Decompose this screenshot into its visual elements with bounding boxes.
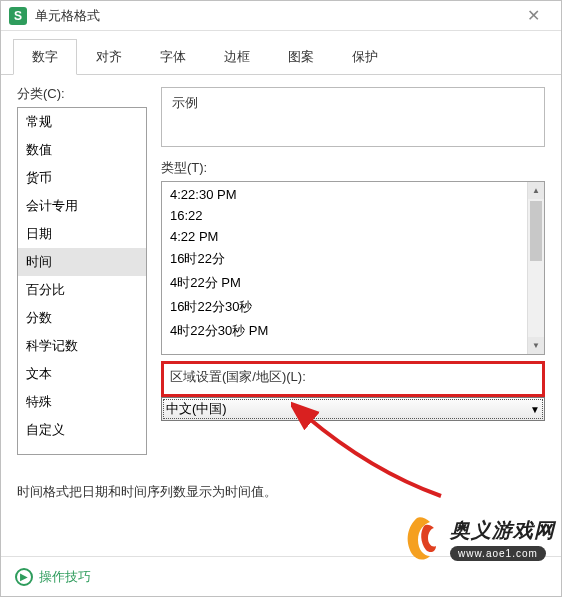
cat-item-text[interactable]: 文本: [18, 360, 146, 388]
locale-value: 中文(中国): [166, 400, 227, 418]
locale-label: 区域设置(国家/地区)(L):: [170, 368, 536, 386]
category-label: 分类(C):: [17, 85, 147, 103]
tab-border[interactable]: 边框: [205, 39, 269, 75]
cat-item-number[interactable]: 数值: [18, 136, 146, 164]
category-list[interactable]: 常规 数值 货币 会计专用 日期 时间 百分比 分数 科学记数 文本 特殊 自定…: [17, 107, 147, 455]
cat-item-special[interactable]: 特殊: [18, 388, 146, 416]
content-area: 分类(C): 常规 数值 货币 会计专用 日期 时间 百分比 分数 科学记数 文…: [1, 75, 561, 465]
cat-item-fraction[interactable]: 分数: [18, 304, 146, 332]
type-scrollbar[interactable]: ▲ ▼: [527, 182, 544, 354]
scroll-up-button[interactable]: ▲: [528, 182, 544, 199]
tip-link[interactable]: 操作技巧: [39, 568, 91, 586]
right-column: 示例 类型(T): 4:22:30 PM 16:22 4:22 PM 16时22…: [161, 85, 545, 455]
watermark-text: 奥义游戏网 www.aoe1.com: [450, 517, 555, 561]
tab-font[interactable]: 字体: [141, 39, 205, 75]
close-button[interactable]: ✕: [513, 2, 553, 30]
tab-pattern[interactable]: 图案: [269, 39, 333, 75]
cat-item-scientific[interactable]: 科学记数: [18, 332, 146, 360]
app-icon: S: [9, 7, 27, 25]
sample-label: 示例: [172, 94, 534, 112]
type-list[interactable]: 4:22:30 PM 16:22 4:22 PM 16时22分 4时22分 PM…: [161, 181, 545, 355]
type-item[interactable]: 16:22: [162, 205, 544, 226]
window-title: 单元格格式: [35, 7, 513, 25]
type-item[interactable]: 16时22分: [162, 247, 544, 271]
tab-number[interactable]: 数字: [13, 39, 77, 75]
type-item[interactable]: 4时22分 PM: [162, 271, 544, 295]
watermark: 奥义游戏网 www.aoe1.com: [390, 512, 555, 566]
cat-item-accounting[interactable]: 会计专用: [18, 192, 146, 220]
type-item[interactable]: 4时22分30秒 PM: [162, 319, 544, 343]
cat-item-time[interactable]: 时间: [18, 248, 146, 276]
scroll-down-button[interactable]: ▼: [528, 337, 544, 354]
cat-item-percent[interactable]: 百分比: [18, 276, 146, 304]
cat-item-general[interactable]: 常规: [18, 108, 146, 136]
watermark-logo-icon: [390, 512, 444, 566]
type-item[interactable]: 16时22分30秒: [162, 295, 544, 319]
chevron-down-icon: ▼: [530, 404, 540, 415]
locale-select[interactable]: 中文(中国) ▼: [161, 397, 545, 421]
tab-align[interactable]: 对齐: [77, 39, 141, 75]
cat-item-date[interactable]: 日期: [18, 220, 146, 248]
scroll-thumb[interactable]: [530, 201, 542, 261]
dialog-window: S 单元格格式 ✕ 数字 对齐 字体 边框 图案 保护 分类(C): 常规 数值…: [0, 0, 562, 597]
cat-item-currency[interactable]: 货币: [18, 164, 146, 192]
left-column: 分类(C): 常规 数值 货币 会计专用 日期 时间 百分比 分数 科学记数 文…: [17, 85, 147, 455]
type-label: 类型(T):: [161, 159, 545, 177]
sample-box: 示例: [161, 87, 545, 147]
tab-protect[interactable]: 保护: [333, 39, 397, 75]
type-item[interactable]: 4:22 PM: [162, 226, 544, 247]
titlebar: S 单元格格式 ✕: [1, 1, 561, 31]
locale-highlight-box: 区域设置(国家/地区)(L):: [161, 361, 545, 397]
play-icon: ▶: [15, 568, 33, 586]
watermark-title: 奥义游戏网: [450, 517, 555, 544]
hint-text: 时间格式把日期和时间序列数显示为时间值。: [17, 483, 545, 501]
cat-item-custom[interactable]: 自定义: [18, 416, 146, 444]
type-item[interactable]: 4:22:30 PM: [162, 184, 544, 205]
watermark-url: www.aoe1.com: [450, 546, 546, 561]
tab-strip: 数字 对齐 字体 边框 图案 保护: [1, 31, 561, 75]
